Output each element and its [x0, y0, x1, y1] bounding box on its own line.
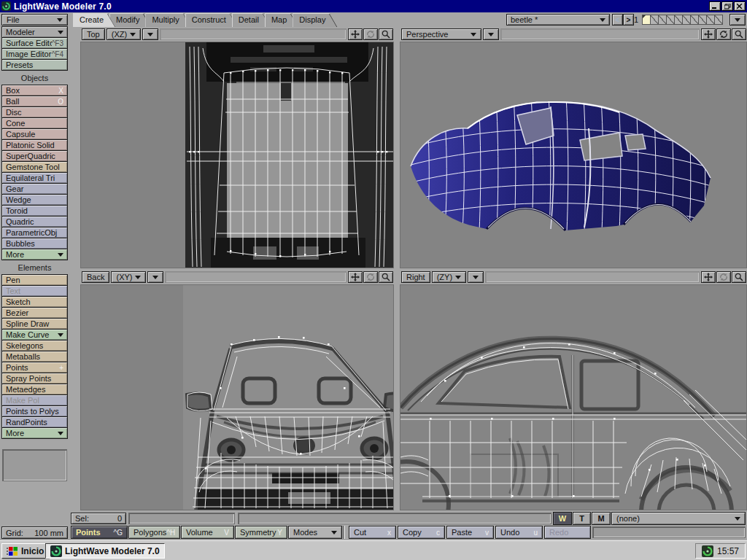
sidebar-item-label: Spray Points	[6, 374, 63, 383]
tray-lightwave-icon[interactable]	[702, 545, 713, 557]
taskbar-app-button[interactable]: LightWave Modeler 7.0	[45, 543, 165, 559]
tab-construct[interactable]: Construct	[185, 13, 238, 27]
tab-create[interactable]: Create	[73, 13, 115, 27]
sidebar-item-wedge[interactable]: Wedge	[1, 194, 68, 206]
selection-info-row: Sel:0 WTM (none)	[0, 512, 747, 526]
mode-points-button[interactable]: Points^G	[71, 526, 128, 539]
viewport-perspective-canvas[interactable]	[400, 42, 747, 268]
viewport-axis-button[interactable]: (XZ)	[107, 28, 141, 40]
surface-name-dropdown[interactable]: (none)	[611, 512, 746, 525]
viewport-name-button[interactable]: Top	[82, 28, 105, 40]
sidebar-item-metaedges[interactable]: Metaedges	[1, 384, 68, 395]
sidebar-item-spray-points[interactable]: Spray Points	[1, 373, 68, 384]
rotate-icon[interactable]	[363, 28, 378, 40]
viewport-name-button[interactable]: Perspective	[401, 28, 481, 40]
restore-button[interactable]	[721, 1, 733, 11]
modeler-menu-button[interactable]: Modeler	[1, 26, 68, 38]
mode-row: Grid:100 mm Points^GPolygons^HVolumeVSym…	[0, 526, 747, 540]
sidebar-item-points[interactable]: Points+	[1, 362, 68, 373]
tab-modify[interactable]: Modify	[109, 13, 151, 27]
sidebar-item-points-to-polys[interactable]: Points to Polys	[1, 405, 68, 417]
undo-button[interactable]: Undou	[495, 526, 543, 539]
mode-symmetry-button[interactable]: SymmetryY	[235, 526, 287, 539]
viewport-style-button[interactable]	[468, 271, 484, 283]
sidebar-item-quadric[interactable]: Quadric	[1, 216, 68, 228]
tab-multiply[interactable]: Multiply	[145, 13, 190, 27]
sidebar-item-spline-draw[interactable]: Spline Draw	[1, 318, 68, 330]
sidebar-item-randpoints[interactable]: RandPoints	[1, 416, 68, 428]
sidebar-item-gear[interactable]: Gear	[1, 183, 68, 195]
viewport-top-canvas[interactable]	[80, 42, 394, 268]
file-menu-button[interactable]: File	[1, 14, 68, 26]
sidebar-item-toroid[interactable]: Toroid	[1, 205, 68, 217]
zoom-icon[interactable]	[379, 271, 393, 283]
sidebar-item-image-editor[interactable]: Image Editor^F4	[1, 48, 68, 60]
sidebar-item-bezier[interactable]: Bezier	[1, 307, 68, 319]
sidebar-item-disc[interactable]: Disc	[1, 106, 68, 118]
viewport-name-button[interactable]: Right	[401, 271, 430, 283]
mode-volume-button[interactable]: VolumeV	[181, 526, 234, 539]
prev-object-button[interactable]: <	[612, 14, 623, 26]
viewport-style-button[interactable]	[483, 28, 499, 40]
viewport-name-button[interactable]: Back	[82, 271, 109, 283]
sidebar-item-metaballs[interactable]: Metaballs	[1, 351, 68, 362]
viewport-back-canvas[interactable]	[80, 284, 394, 510]
tab-label: Construct	[192, 15, 226, 24]
mode-polygons-button[interactable]: Polygons^H	[128, 526, 180, 539]
pan-icon[interactable]	[348, 271, 363, 283]
zoom-icon[interactable]	[379, 28, 393, 40]
sidebar-item-surface-editor[interactable]: Surface Editor^F3	[1, 37, 68, 49]
sidebar-item-gemstone-tool[interactable]: Gemstone Tool	[1, 161, 68, 173]
layer-cell-1[interactable]	[642, 15, 651, 25]
sidebar-item-sketch[interactable]: Sketch	[1, 296, 68, 308]
layer-bank-dropdown[interactable]	[729, 14, 746, 26]
action-label: Copy	[403, 528, 436, 537]
close-button[interactable]	[734, 1, 746, 11]
sidebar-item-superquadric[interactable]: SuperQuadric	[1, 150, 68, 162]
zoom-icon[interactable]	[732, 28, 746, 40]
chevron-down-icon	[58, 432, 63, 435]
viewport-right-canvas[interactable]	[400, 284, 747, 510]
rotate-icon[interactable]	[716, 28, 731, 40]
sidebar-item-capsule[interactable]: Capsule	[1, 128, 68, 140]
sidebar-item-box[interactable]: BoxX	[1, 85, 68, 96]
copy-button[interactable]: Copyc	[398, 526, 445, 539]
paste-button[interactable]: Pastev	[446, 526, 494, 539]
sidebar-item-more[interactable]: More	[1, 427, 68, 439]
viewport-style-button[interactable]	[147, 271, 163, 283]
tab-display[interactable]: Display	[293, 13, 337, 27]
mode-modes-button[interactable]: Modes	[288, 526, 342, 539]
sidebar-item-cone[interactable]: Cone	[1, 117, 68, 129]
zoom-icon[interactable]	[732, 271, 746, 283]
sidebar-item-equilateral-tri[interactable]: Equilateral Tri	[1, 172, 68, 184]
vmap-t-button[interactable]: T	[573, 512, 591, 525]
pan-icon[interactable]	[348, 28, 363, 40]
minimize-button[interactable]	[709, 1, 721, 11]
viewport-axis-button[interactable]: (XY)	[111, 271, 146, 283]
viewport-axis-button[interactable]: (ZY)	[432, 271, 466, 283]
sidebar-item-bubbles[interactable]: Bubbles	[1, 238, 68, 249]
mode-label: Modes	[293, 528, 331, 537]
vmap-m-button[interactable]: M	[592, 512, 611, 525]
sidebar-item-skelegons[interactable]: Skelegons	[1, 340, 68, 351]
sidebar-item-make-curve[interactable]: Make Curve	[1, 329, 68, 341]
pan-icon[interactable]	[701, 271, 716, 283]
layer-cell-10[interactable]	[714, 15, 723, 25]
rotate-icon[interactable]	[716, 271, 731, 283]
sidebar-item-platonic-solid[interactable]: Platonic Solid	[1, 139, 68, 151]
sidebar-item-ball[interactable]: BallO	[1, 96, 68, 107]
current-object-dropdown[interactable]: beetle *	[506, 14, 610, 26]
sidebar-item-pen[interactable]: Pen	[1, 274, 68, 286]
vmap-w-button[interactable]: W	[553, 512, 572, 525]
start-button[interactable]: Inicio	[1, 543, 49, 559]
sidebar-item-parametricobj[interactable]: ParametricObj	[1, 227, 68, 238]
next-object-button[interactable]: >	[623, 14, 634, 26]
cut-button[interactable]: Cutx	[349, 526, 396, 539]
sidebar-item-more[interactable]: More	[1, 249, 68, 260]
section-header-elements: Elements	[0, 260, 69, 275]
sidebar-item-label: Capsule	[6, 130, 63, 139]
pan-icon[interactable]	[701, 28, 716, 40]
viewport-style-button[interactable]	[142, 28, 158, 40]
rotate-icon[interactable]	[363, 271, 378, 283]
sidebar-item-presets[interactable]: Presets	[1, 59, 68, 71]
